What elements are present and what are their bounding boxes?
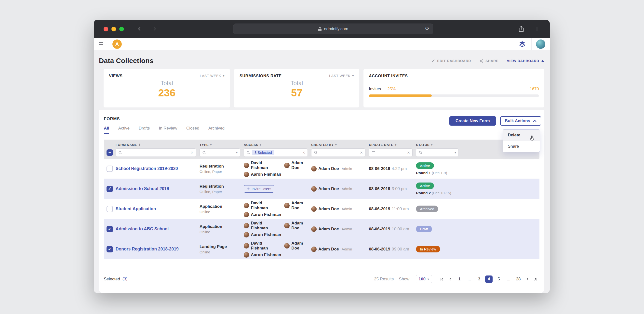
- avatar: [244, 243, 249, 249]
- created-by-user: Adam DoeAdmin: [311, 206, 369, 212]
- avatar: [244, 223, 249, 228]
- row-checkbox[interactable]: [106, 166, 113, 172]
- tab-closed[interactable]: Closed: [186, 126, 199, 134]
- col-header-created-by[interactable]: CREATED BY▾: [311, 143, 369, 147]
- avatar: [311, 166, 316, 171]
- invites-max: 1670: [530, 87, 539, 91]
- url-bar[interactable]: edminify.com ⟳: [233, 23, 433, 34]
- layers-icon[interactable]: [513, 38, 531, 50]
- avatar: [311, 247, 316, 252]
- tab-active[interactable]: Active: [118, 126, 130, 134]
- filter-form-name-input[interactable]: ×: [116, 148, 196, 157]
- col-header-update-date[interactable]: UPDATE DATE ▲▼: [369, 143, 416, 147]
- reload-icon[interactable]: ⟳: [425, 25, 430, 31]
- calendar-icon: [372, 151, 376, 155]
- page-ellipsis: ...: [505, 276, 512, 283]
- back-icon[interactable]: [137, 26, 142, 32]
- close-window-button[interactable]: [104, 27, 108, 31]
- form-name-link[interactable]: Admission to School 2019: [116, 186, 169, 191]
- access-user: David Fishman: [244, 241, 279, 251]
- share-dashboard-button[interactable]: SHARE: [479, 59, 498, 63]
- row-checkbox[interactable]: ✓: [106, 226, 113, 232]
- menu-icon[interactable]: [94, 42, 108, 46]
- access-user: Aaron Fishman: [244, 212, 281, 217]
- url-text: edminify.com: [324, 26, 348, 31]
- last-page-button[interactable]: [533, 276, 539, 282]
- filter-type-select[interactable]: ▾: [200, 148, 240, 157]
- page-button[interactable]: 28: [515, 276, 522, 283]
- app-logo[interactable]: A: [112, 39, 122, 49]
- caret-down-icon: ▾: [428, 278, 429, 281]
- avatar: [244, 172, 249, 177]
- table-row: ✓ Donors Registration 2018-2019 Landing …: [104, 239, 540, 259]
- submissions-total-value: 57: [234, 87, 359, 99]
- col-header-access[interactable]: ACCESS▾: [244, 143, 311, 147]
- user-avatar[interactable]: [536, 39, 545, 49]
- filter-created-by-input[interactable]: ×: [311, 148, 366, 157]
- clear-icon[interactable]: ×: [302, 150, 305, 155]
- view-dashboard-button[interactable]: VIEW DAHBOARD: [507, 59, 544, 63]
- col-header-status[interactable]: STATUS▾: [416, 143, 462, 147]
- clear-icon[interactable]: ×: [191, 150, 194, 155]
- edit-dashboard-button[interactable]: EDIT DASHBOARD: [431, 59, 471, 63]
- select-all-checkbox[interactable]: −: [106, 149, 113, 156]
- filter-status-select[interactable]: ▾: [416, 148, 459, 157]
- invite-users-button[interactable]: Invire Users: [244, 185, 274, 193]
- created-by-user: Adam DoeAdmin: [311, 226, 369, 232]
- share-page-icon[interactable]: [518, 25, 524, 32]
- table-row: Student Application Application Online D…: [104, 199, 540, 219]
- selected-count: (3): [122, 277, 128, 281]
- row-checkbox[interactable]: [106, 206, 113, 212]
- minimize-window-button[interactable]: [112, 27, 116, 31]
- period-selector[interactable]: LAST WEEK ▾: [329, 74, 354, 78]
- table-row: ✓ Admission to School 2019 Registration …: [104, 179, 540, 199]
- share-icon: [479, 59, 484, 63]
- page-button[interactable]: 3: [476, 276, 483, 283]
- total-label: Total: [104, 80, 230, 87]
- period-selector[interactable]: LAST WEEK ▾: [200, 74, 224, 78]
- table-row: ✓ Admission to ABC School Application On…: [104, 219, 540, 239]
- invites-percent: 25%: [387, 87, 396, 91]
- selected-label: Selected: [104, 277, 120, 281]
- page-button[interactable]: 1: [456, 276, 463, 283]
- form-name-link[interactable]: Admission to ABC School: [116, 226, 168, 231]
- access-user: Aaron Fishman: [244, 252, 281, 258]
- col-header-type[interactable]: TYPE▾: [200, 143, 244, 147]
- form-name-link[interactable]: Student Application: [116, 206, 156, 211]
- filter-update-date-input[interactable]: ×: [369, 148, 412, 157]
- tab-all[interactable]: All: [104, 126, 109, 134]
- access-selected-chip[interactable]: 3 Selected: [252, 150, 274, 155]
- filter-access-input[interactable]: 3 Selected ×: [244, 148, 308, 157]
- sort-icon[interactable]: ▲▼: [139, 143, 141, 146]
- clear-icon[interactable]: ×: [360, 150, 363, 155]
- table-row: School Registration 2019-2020 Registrati…: [104, 159, 540, 179]
- menu-item-delete[interactable]: Delete: [503, 130, 540, 141]
- avatar: [244, 163, 249, 168]
- clear-icon[interactable]: ×: [407, 150, 410, 155]
- form-name-link[interactable]: Donors Registration 2018-2019: [116, 247, 179, 252]
- page-button-current[interactable]: 4: [485, 276, 492, 283]
- row-checkbox[interactable]: ✓: [106, 246, 113, 253]
- prev-page-button[interactable]: [448, 276, 453, 282]
- page-size-select[interactable]: 100 ▾: [416, 275, 432, 283]
- new-tab-icon[interactable]: [534, 26, 540, 32]
- tab-archived[interactable]: Archived: [208, 126, 224, 134]
- form-name-link[interactable]: School Registration 2019-2020: [116, 166, 178, 171]
- zoom-window-button[interactable]: [119, 27, 124, 31]
- show-label: Show:: [399, 277, 410, 282]
- tab-in-review[interactable]: In Review: [159, 126, 177, 134]
- create-new-form-button[interactable]: Create New Form: [450, 116, 496, 126]
- first-page-button[interactable]: [439, 276, 445, 282]
- row-checkbox[interactable]: ✓: [106, 186, 113, 192]
- access-user: Adam Doe: [284, 201, 311, 211]
- sort-icon[interactable]: ▲▼: [395, 143, 397, 146]
- forward-icon[interactable]: [152, 26, 157, 32]
- tab-drafts[interactable]: Drafts: [139, 126, 150, 134]
- access-user: Adam Doe: [284, 160, 311, 170]
- next-page-button[interactable]: [524, 276, 530, 282]
- bulk-actions-button[interactable]: Bulk Actions: [500, 116, 541, 126]
- menu-item-share[interactable]: Share: [503, 141, 540, 152]
- avatar: [244, 252, 249, 258]
- page-button[interactable]: 5: [495, 276, 502, 283]
- col-header-form-name[interactable]: FORM NAME ▲▼: [116, 143, 200, 147]
